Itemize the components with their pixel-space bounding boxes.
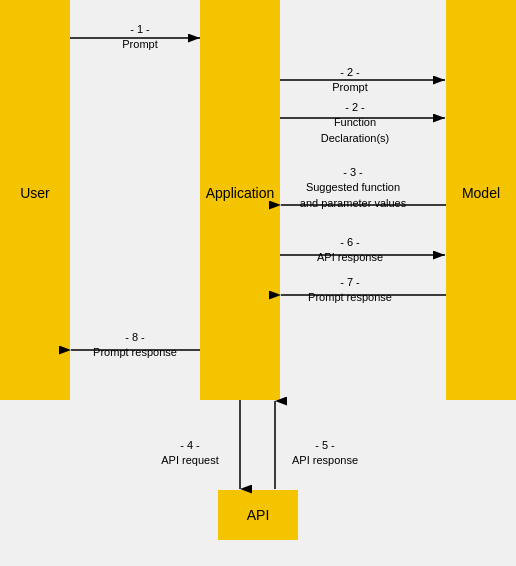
arrow5-label: - 5 -API response bbox=[290, 438, 360, 469]
arrow4-label: - 4 -API request bbox=[155, 438, 225, 469]
arrow8-label: - 8 -Prompt response bbox=[80, 330, 190, 361]
api-box: API bbox=[218, 490, 298, 540]
arrow1-label: - 1 -Prompt bbox=[90, 22, 190, 53]
arrow2b-label: - 2 -FunctionDeclaration(s) bbox=[295, 100, 415, 146]
user-label: User bbox=[0, 185, 70, 201]
arrow2a-label: - 2 -Prompt bbox=[295, 65, 405, 96]
application-label: Application bbox=[200, 185, 280, 201]
arrow7-label: - 7 -Prompt response bbox=[295, 275, 405, 306]
arrow3-label: - 3 -Suggested functionand parameter val… bbox=[288, 165, 418, 211]
sequence-diagram: User Application Model API - 1 -Prompt -… bbox=[0, 0, 516, 566]
model-label: Model bbox=[446, 185, 516, 201]
arrow6-label: - 6 -API response bbox=[295, 235, 405, 266]
